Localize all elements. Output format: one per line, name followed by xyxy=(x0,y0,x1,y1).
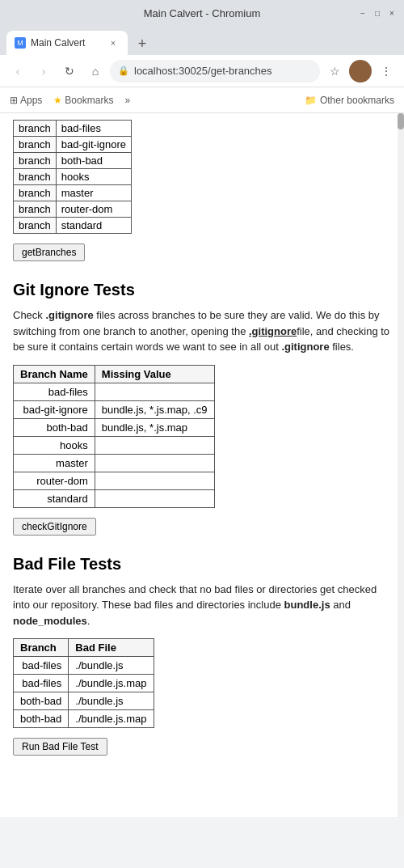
maximize-button[interactable]: □ xyxy=(372,7,383,19)
branch-type-cell: branch xyxy=(14,137,57,153)
git-ignore-row: standard xyxy=(14,489,215,507)
git-ignore-col-missing: Missing Value xyxy=(95,365,214,383)
git-branch-cell: standard xyxy=(14,489,95,507)
branch-row: branchbad-git-ignore xyxy=(14,137,132,153)
home-button[interactable]: ⌂ xyxy=(84,60,107,83)
scrollbar-thumb[interactable] xyxy=(398,113,404,129)
apps-grid-icon: ⊞ xyxy=(10,95,18,106)
git-branch-cell: bad-files xyxy=(14,383,95,400)
run-bad-file-test-button[interactable]: Run Bad File Test xyxy=(13,738,107,756)
branch-name-cell: bad-git-ignore xyxy=(56,137,131,153)
git-ignore-row: bad-files xyxy=(14,383,215,400)
bookmark-star-button[interactable]: ☆ xyxy=(323,60,346,83)
branch-type-cell: branch xyxy=(14,185,57,201)
branch-type-cell: branch xyxy=(14,153,57,169)
git-branch-cell: router-dom xyxy=(14,472,95,489)
window-controls: − □ × xyxy=(357,7,398,19)
page-content: branchbad-filesbranchbad-git-ignorebranc… xyxy=(0,113,404,817)
bookmarks-star-icon: ★ xyxy=(53,95,62,106)
bookmarks-bar: ⊞ Apps ★ Bookmarks » 📁 Other bookmarks xyxy=(0,87,404,113)
bad-file-col-file: Bad File xyxy=(69,639,154,657)
bad-file-description: Iterate over all branches and check that… xyxy=(13,582,391,629)
other-bookmarks-label: Other bookmarks xyxy=(320,95,394,106)
back-button[interactable]: ‹ xyxy=(6,60,29,83)
title-bar: Main Calvert - Chromium − □ × xyxy=(0,0,404,26)
git-ignore-row: bad-git-ignorebundle.js, *.js.map, .c9 xyxy=(14,400,215,418)
scrollbar-track xyxy=(398,113,404,817)
branch-row: branchrouter-dom xyxy=(14,201,132,218)
branch-type-cell: branch xyxy=(14,121,57,137)
git-branch-cell: bad-git-ignore xyxy=(14,400,95,418)
branch-name-cell: master xyxy=(56,185,131,201)
bad-file-row: bad-files./bundle.js xyxy=(14,657,154,675)
git-missing-cell: bundle.js, *.js.map, .c9 xyxy=(95,400,214,418)
bad-file-cell: ./bundle.js.map xyxy=(69,675,154,692)
apps-link[interactable]: ⊞ Apps xyxy=(6,93,45,108)
more-bookmarks-button[interactable]: » xyxy=(121,93,133,108)
bad-file-cell: ./bundle.js xyxy=(69,692,154,710)
git-ignore-row: hooks xyxy=(14,436,215,454)
branch-name-cell: standard xyxy=(56,218,131,234)
git-ignore-row: both-badbundle.js, *.js.map xyxy=(14,418,215,436)
gitignore-bold-3: .gitignore xyxy=(281,341,329,353)
bad-branch-cell: both-bad xyxy=(14,692,69,710)
bad-file-cell: ./bundle.js.map xyxy=(69,710,154,728)
profile-icon[interactable] xyxy=(349,60,372,83)
active-tab[interactable]: M Main Calvert × xyxy=(6,31,128,55)
git-missing-cell xyxy=(95,383,214,400)
window-title: Main Calvert - Chromium xyxy=(144,7,260,19)
git-ignore-row: router-dom xyxy=(14,472,215,489)
bookmarks-link[interactable]: ★ Bookmarks xyxy=(50,93,116,108)
gitignore-underline: .gitignore xyxy=(249,325,297,337)
close-button[interactable]: × xyxy=(386,7,398,19)
branch-row: branchmaster xyxy=(14,185,132,201)
url-text: localhost:30025/get-branches xyxy=(134,65,272,77)
address-bar[interactable]: 🔒 localhost:30025/get-branches xyxy=(110,60,320,83)
branch-type-cell: branch xyxy=(14,201,57,218)
get-branches-button[interactable]: getBranches xyxy=(13,243,85,261)
git-missing-cell xyxy=(95,436,214,454)
bad-file-row: both-bad./bundle.js xyxy=(14,692,154,710)
bad-branch-cell: both-bad xyxy=(14,710,69,728)
git-missing-cell xyxy=(95,472,214,489)
branch-row: branchhooks xyxy=(14,169,132,185)
git-ignore-table: Branch Name Missing Value bad-filesbad-g… xyxy=(13,365,215,508)
tab-bar: M Main Calvert × + xyxy=(0,26,404,55)
lock-icon: 🔒 xyxy=(118,66,129,76)
git-branch-cell: master xyxy=(14,454,95,472)
bad-file-title: Bad File Tests xyxy=(13,555,391,574)
gitignore-bold-1: .gitignore xyxy=(45,309,93,321)
menu-button[interactable]: ⋮ xyxy=(375,60,398,83)
branch-row: branchstandard xyxy=(14,218,132,234)
git-missing-cell xyxy=(95,489,214,507)
bookmarks-label: Bookmarks xyxy=(65,95,113,106)
other-bookmarks-link[interactable]: 📁 Other bookmarks xyxy=(301,93,398,108)
minimize-button[interactable]: − xyxy=(357,7,368,19)
apps-label: Apps xyxy=(20,95,42,106)
branch-row: branchbad-files xyxy=(14,121,132,137)
branch-type-cell: branch xyxy=(14,169,57,185)
reload-button[interactable]: ↻ xyxy=(58,60,81,83)
git-ignore-description: Check .gitignore files across branches t… xyxy=(13,307,391,355)
bundle-js-bold: bundle.js xyxy=(284,599,330,611)
new-tab-button[interactable]: + xyxy=(131,32,154,55)
git-branch-cell: both-bad xyxy=(14,418,95,436)
check-git-ignore-button[interactable]: checkGitIgnore xyxy=(13,518,96,536)
bad-file-table: Branch Bad File bad-files./bundle.jsbad-… xyxy=(13,638,154,728)
bad-branch-cell: bad-files xyxy=(14,657,69,675)
gitignore-bold-2: .gitignore xyxy=(249,325,297,337)
bad-file-cell: ./bundle.js xyxy=(69,657,154,675)
forward-button[interactable]: › xyxy=(32,60,55,83)
bad-branch-cell: bad-files xyxy=(14,675,69,692)
bad-file-row: both-bad./bundle.js.map xyxy=(14,710,154,728)
branch-name-cell: bad-files xyxy=(56,121,131,137)
tab-close-button[interactable]: × xyxy=(107,36,120,49)
git-branch-cell: hooks xyxy=(14,436,95,454)
bad-file-col-branch: Branch xyxy=(14,639,69,657)
tab-label: Main Calvert xyxy=(31,37,85,49)
branch-name-cell: both-bad xyxy=(56,153,131,169)
branch-name-cell: hooks xyxy=(56,169,131,185)
nav-bar: ‹ › ↻ ⌂ 🔒 localhost:30025/get-branches ☆… xyxy=(0,55,404,87)
node-modules-bold: node_modules xyxy=(13,615,87,627)
branches-table: branchbad-filesbranchbad-git-ignorebranc… xyxy=(13,120,132,234)
